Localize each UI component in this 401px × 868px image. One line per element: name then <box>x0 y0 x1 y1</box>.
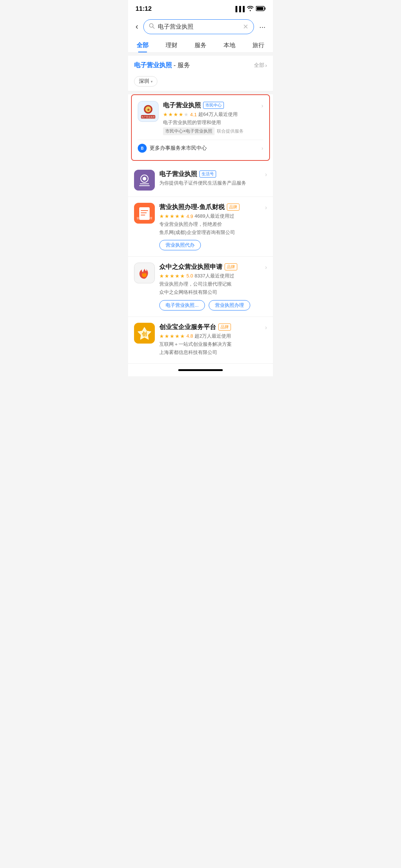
svg-text:★: ★ <box>147 108 150 112</box>
result-desc-1: 电子营业执照的管理和使用 <box>163 119 263 126</box>
result-badge-4: 品牌 <box>225 263 237 270</box>
svg-point-3 <box>150 24 153 27</box>
result-users-4: 8337人最近使用过 <box>195 273 234 279</box>
result-badge-2: 生活号 <box>199 170 216 178</box>
star-5: ★ <box>184 111 189 117</box>
status-icons: ▐▐▐ <box>234 6 265 12</box>
svg-text:营业执照办理: 营业执照办理 <box>137 217 152 220</box>
result-action-4b[interactable]: 营业执照办理 <box>209 300 250 311</box>
result-badge-3: 品牌 <box>227 204 239 211</box>
location-dropdown[interactable]: 深圳 ▾ <box>134 76 157 87</box>
svg-rect-2 <box>265 7 265 10</box>
home-indicator <box>128 364 273 376</box>
search-query-text: 电子营业执照 <box>158 23 240 31</box>
result-users-3: 4689人最近使用过 <box>195 213 234 220</box>
result-desc-5: 互联网＋一站式创业服务解决方案 <box>159 341 267 348</box>
result-score-5: 4.8 <box>186 333 193 339</box>
result-tags-1: 市民中心×电子营业执照 联合提供服务 <box>163 127 263 135</box>
result-chevron-5: › <box>265 324 267 331</box>
search-clear-button[interactable]: ✕ <box>243 23 248 31</box>
more-button[interactable]: ··· <box>258 21 267 33</box>
svg-rect-22 <box>141 215 145 215</box>
svg-text:B: B <box>141 146 143 150</box>
tab-finance[interactable]: 理财 <box>157 38 186 52</box>
star-1: ★ <box>163 111 168 117</box>
section-header: 电子营业执照 - 服务 全部 › <box>128 56 273 73</box>
location-filter-area: 深圳 ▾ <box>128 73 273 91</box>
result-rating-3: ★ ★ ★ ★ ★ 4.9 4689人最近使用过 <box>159 213 267 220</box>
sub-item-icon-1: B <box>138 144 147 153</box>
result-icon-5: 创 <box>134 323 155 344</box>
result-action-4a[interactable]: 电子营业执照... <box>159 300 205 311</box>
result-name-3: 营业执照办理-鱼爪财税 <box>159 203 225 211</box>
result-company-3: 鱼爪网(成都)企业管理咨询有限公司 <box>159 229 267 236</box>
home-bar <box>178 369 223 371</box>
section-title: 电子营业执照 - 服务 <box>134 61 190 69</box>
result-name-2: 电子营业执照 <box>159 170 197 178</box>
sub-item-text-1: 更多办事服务来市民中心 <box>150 145 261 152</box>
tab-travel[interactable]: 旅行 <box>244 38 273 52</box>
back-button[interactable]: ‹ <box>134 20 140 33</box>
result-item-4[interactable]: 众中之众营业执照申请 品牌 ★ ★ ★ ★ ★ 5.0 8337人最近使用过 营… <box>128 257 273 317</box>
search-bar-area: ‹ 电子营业执照 ✕ ··· <box>128 16 273 38</box>
star-2: ★ <box>168 111 173 117</box>
svg-line-4 <box>153 27 155 29</box>
tab-all[interactable]: 全部 <box>128 38 157 52</box>
tab-local[interactable]: 本地 <box>215 38 244 52</box>
result-icon-4 <box>134 263 155 283</box>
result-item-1[interactable]: ★ 电子营业执照 电子营业执照 市民中心 ★ ★ ★ ★ ★ <box>131 94 270 161</box>
result-name-5: 创业宝企业服务平台 <box>159 323 216 331</box>
result-icon-2 <box>134 170 155 191</box>
result-content-3: 营业执照办理-鱼爪财税 品牌 ★ ★ ★ ★ ★ 4.9 4689人最近使用过 … <box>159 203 267 250</box>
section-more-link[interactable]: 全部 › <box>254 62 267 69</box>
dropdown-arrow-icon: ▾ <box>151 79 153 84</box>
result-company-4: 众中之众网络科技有限公司 <box>159 289 267 296</box>
result-item-5[interactable]: 创 创业宝企业服务平台 品牌 ★ ★ ★ ★ ★ 4.8 <box>128 317 273 364</box>
svg-point-15 <box>143 177 146 181</box>
result-rating-4: ★ ★ ★ ★ ★ 5.0 8337人最近使用过 <box>159 273 267 279</box>
result-name-4: 众中之众营业执照申请 <box>159 263 222 271</box>
signal-icon: ▐▐▐ <box>234 6 245 12</box>
search-input-wrap[interactable]: 电子营业执照 ✕ <box>143 19 254 34</box>
result-icon-3: 营业执照办理 <box>134 203 155 224</box>
result-rating-1: ★ ★ ★ ★ ★ 4.1 超64万人最近使用 <box>163 111 263 118</box>
tab-service[interactable]: 服务 <box>186 38 215 52</box>
result-rating-5: ★ ★ ★ ★ ★ 4.8 超2万人最近使用 <box>159 333 267 339</box>
sub-item-1[interactable]: B 更多办事服务来市民中心 › <box>138 140 263 154</box>
status-time: 11:12 <box>136 5 151 13</box>
result-name-1: 电子营业执照 <box>163 101 201 110</box>
battery-icon <box>256 6 265 12</box>
star-4: ★ <box>179 111 183 117</box>
result-chevron-4: › <box>265 264 267 271</box>
result-content-1: 电子营业执照 市民中心 ★ ★ ★ ★ ★ 4.1 超64万人最近使用 电子营业… <box>163 101 263 137</box>
result-action-3[interactable]: 营业执照代办 <box>159 240 201 250</box>
result-desc-3: 专业营业执照办理，拒绝差价 <box>159 221 267 228</box>
result-desc-2: 为你提供电子证件便民生活服务产品服务 <box>159 180 267 186</box>
result-desc-4: 营业执照办理，公司注册代理记账 <box>159 281 267 287</box>
search-icon <box>149 23 155 30</box>
svg-rect-1 <box>257 7 263 10</box>
result-tags-extra-1: 联合提供服务 <box>217 128 244 134</box>
result-content-2: 电子营业执照 生活号 为你提供电子证件便民生活服务产品服务 <box>159 170 267 188</box>
result-score-1: 4.1 <box>190 112 197 117</box>
result-chevron-3: › <box>265 204 267 211</box>
result-item-2[interactable]: 电子营业执照 生活号 为你提供电子证件便民生活服务产品服务 › <box>128 164 273 197</box>
result-item-3[interactable]: 营业执照办理 营业执照办理-鱼爪财税 品牌 ★ ★ ★ ★ ★ 4.9 <box>128 197 273 256</box>
sub-item-chevron-1: › <box>261 145 263 151</box>
location-city: 深圳 <box>139 78 149 85</box>
result-tag-badge-1: 市民中心×电子营业执照 <box>163 127 215 135</box>
svg-text:电子营业执照: 电子营业执照 <box>141 116 155 118</box>
wifi-icon <box>247 6 254 12</box>
svg-rect-21 <box>141 212 147 213</box>
result-score-4: 5.0 <box>186 273 193 279</box>
status-bar: 11:12 ▐▐▐ <box>128 0 273 16</box>
result-badge-1: 市民中心 <box>203 102 224 109</box>
result-score-3: 4.9 <box>186 214 193 219</box>
tabs-bar: 全部 理财 服务 本地 旅行 <box>128 38 273 53</box>
svg-rect-20 <box>141 210 148 211</box>
result-badge-5: 品牌 <box>218 324 231 331</box>
result-users-5: 超2万人最近使用 <box>195 333 231 339</box>
result-content-4: 众中之众营业执照申请 品牌 ★ ★ ★ ★ ★ 5.0 8337人最近使用过 营… <box>159 263 267 311</box>
result-icon-1: ★ 电子营业执照 <box>138 101 159 122</box>
star-3: ★ <box>173 111 178 117</box>
